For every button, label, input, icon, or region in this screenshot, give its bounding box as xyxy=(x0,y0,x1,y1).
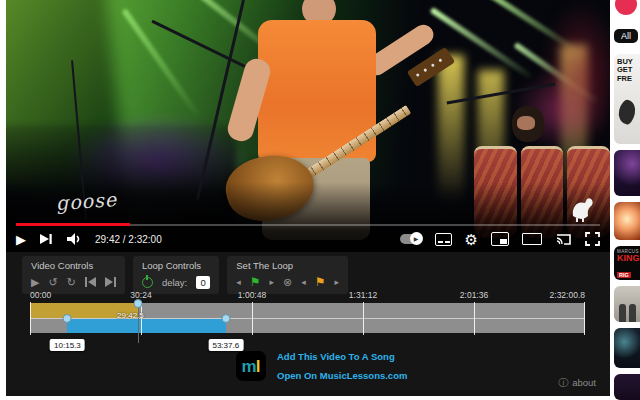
musiclessons-logo[interactable]: m l xyxy=(236,351,266,381)
loop-end-time-box: 53:37.6 xyxy=(208,339,243,351)
ad-thumbnail[interactable]: BUY GET FRE xyxy=(614,54,640,144)
related-videos-sidebar: All BUY GET FRE MARCUS KING RIG xyxy=(612,0,640,400)
loop-end-back-icon[interactable]: ◂ xyxy=(301,278,306,287)
video-thumbnail-rig-rundown[interactable]: MARCUS KING RIG xyxy=(614,246,640,280)
time-display: 29:42 / 2:32:00 xyxy=(95,234,162,245)
loop-start-pin[interactable] xyxy=(63,314,72,323)
about-label: about xyxy=(572,377,596,388)
timeline-loop-segment[interactable] xyxy=(67,319,225,334)
playhead-line xyxy=(138,303,139,343)
video-thumbnail[interactable] xyxy=(614,374,640,400)
loop-cancel-icon[interactable]: ⊗ xyxy=(283,277,292,288)
extension-panel: Video Controls ▶ ↺ ↻ Loop Controls xyxy=(6,252,610,396)
autoplay-knob-icon: ▶ xyxy=(410,232,423,245)
loop-end-flag-icon[interactable]: ⚑ xyxy=(315,275,326,289)
cast-icon[interactable] xyxy=(555,232,572,246)
about-button[interactable]: ⓘ about xyxy=(558,377,596,388)
video-thumbnail[interactable] xyxy=(614,150,640,196)
channel-avatar[interactable] xyxy=(615,0,637,15)
autoplay-toggle[interactable]: ▶ xyxy=(400,234,422,244)
skip-back-icon[interactable] xyxy=(85,277,96,287)
theater-mode-icon[interactable] xyxy=(522,233,542,245)
timeline-tick xyxy=(363,302,364,335)
timeline-label: 2:01:36 xyxy=(460,290,488,300)
volume-icon[interactable] xyxy=(66,232,82,246)
loop-end-pin[interactable] xyxy=(221,314,230,323)
video-controls-group: Video Controls ▶ ↺ ↻ xyxy=(22,256,125,294)
timeline-label: 2:32:00.8 xyxy=(550,290,585,300)
ad-shoe-image xyxy=(616,98,637,125)
video-player[interactable]: goose ▶ 29:42 / 2:32:00 ▶ xyxy=(6,0,610,252)
video-watermark-text: goose xyxy=(55,188,117,214)
loop-start-time-box: 10:15.3 xyxy=(50,339,85,351)
skip-forward-icon[interactable] xyxy=(105,277,116,287)
player-control-bar: ▶ 29:42 / 2:32:00 ▶ ⚙ xyxy=(6,226,610,252)
timeline-tick xyxy=(252,302,253,335)
fullscreen-icon[interactable] xyxy=(585,232,600,246)
set-the-loop-group: Set The Loop ◂ ⚑ ▸ ⊗ ◂ ⚑ ▸ xyxy=(227,256,348,294)
logo-letter-l: l xyxy=(256,358,261,375)
loop-start-back-icon[interactable]: ◂ xyxy=(236,278,241,287)
timeline-label: 30:24 xyxy=(130,290,151,300)
loop-start-flag-icon[interactable]: ⚑ xyxy=(250,275,261,289)
timeline-tick xyxy=(474,302,475,335)
set-the-loop-label: Set The Loop xyxy=(236,260,339,271)
ad-text-line: FRE xyxy=(617,75,640,83)
filter-chip-all[interactable]: All xyxy=(614,29,638,43)
video-thumbnail[interactable] xyxy=(614,202,640,240)
timeline-row-divider xyxy=(30,318,585,319)
musiclessons-footer: m l Add This Video To A Song Open On Mus… xyxy=(236,351,407,381)
page-main: goose ▶ 29:42 / 2:32:00 ▶ xyxy=(6,0,610,396)
ext-play-icon[interactable]: ▶ xyxy=(31,277,39,288)
redo-icon[interactable]: ↻ xyxy=(67,277,76,288)
loop-timeline[interactable]: 00:00 30:24 1:00:48 1:31:12 2:01:36 2:32… xyxy=(30,290,585,358)
percussionist-face xyxy=(517,116,535,130)
miniplayer-icon[interactable] xyxy=(491,232,509,246)
loop-start-forward-icon[interactable]: ▸ xyxy=(270,278,275,287)
timeline-label: 1:31:12 xyxy=(349,290,377,300)
video-controls-label: Video Controls xyxy=(31,260,116,271)
rig-text-line: RIG xyxy=(617,272,631,278)
timeline-label: 1:00:48 xyxy=(238,290,266,300)
control-groups: Video Controls ▶ ↺ ↻ Loop Controls xyxy=(22,256,348,294)
video-thumbnail[interactable] xyxy=(614,328,640,368)
video-thumbnail[interactable] xyxy=(614,286,640,322)
add-video-link[interactable]: Add This Video To A Song xyxy=(277,351,407,362)
rig-text-line: KING xyxy=(617,254,640,263)
timeline-tick xyxy=(30,302,31,335)
info-icon: ⓘ xyxy=(558,378,568,388)
loop-power-icon[interactable] xyxy=(142,277,153,288)
play-icon[interactable]: ▶ xyxy=(16,233,26,246)
thumbnail-figure xyxy=(619,304,626,322)
playhead-time-label: 29:42.5 xyxy=(117,311,144,320)
open-musiclessons-link[interactable]: Open On MusicLessons.com xyxy=(277,370,407,381)
maroon-backdrop xyxy=(541,0,610,150)
undo-icon[interactable]: ↺ xyxy=(48,277,57,288)
loop-controls-group: Loop Controls delay: xyxy=(133,256,219,294)
next-video-icon[interactable] xyxy=(39,232,53,246)
thumbnail-figure xyxy=(629,304,636,322)
goose-logo-icon xyxy=(566,194,598,222)
settings-gear-icon[interactable]: ⚙ xyxy=(465,232,478,247)
delay-label: delay: xyxy=(162,277,187,288)
subtitles-icon[interactable] xyxy=(435,233,452,246)
loop-controls-label: Loop Controls xyxy=(142,260,210,271)
logo-letter-m: m xyxy=(242,358,257,375)
timeline-track[interactable]: 29:42.5 xyxy=(30,303,585,333)
loop-end-forward-icon[interactable]: ▸ xyxy=(335,278,340,287)
delay-input[interactable] xyxy=(196,276,210,289)
timeline-label: 00:00 xyxy=(30,290,51,300)
playhead-pin[interactable] xyxy=(134,299,143,308)
timeline-tick xyxy=(584,302,585,335)
